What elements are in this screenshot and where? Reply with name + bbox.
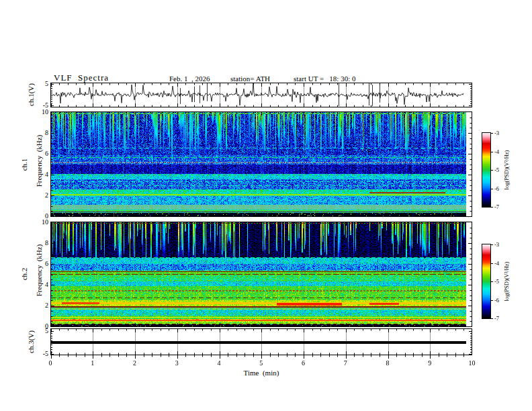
ch2-frequency-axis-label: ch.2 Frequency (kHz) [21,244,43,304]
spec2-freq-tick-label: 4 [27,281,48,288]
time-tick-label: 4 [212,360,226,367]
colorbar2-tick-label: -5 [494,279,499,285]
ch1-spectrogram-panel [50,111,472,217]
time-axis-label: Time (min) [244,369,279,377]
colorbar2-tick-label: -3 [494,242,499,248]
colorbar2-label: log(PSD)(V²/Hz) [503,262,510,302]
start-ut-label: start UT = 18: 30: 0 [294,75,355,83]
station-label: station= ATH [230,75,270,83]
colorbar1-label: log(PSD)(V²/Hz) [503,150,510,190]
time-tick-label: 8 [381,360,394,367]
ch1-axis-label-line1: ch.1 [20,158,28,171]
colorbar1-tick-label: -4 [494,149,499,155]
spec1-freq-tick-label: 2 [27,192,48,199]
time-tick-label: 7 [339,360,352,367]
ch2-axis-label-line1: ch.2 [20,268,28,281]
ch1-frequency-axis-label: ch.1 Frequency (kHz) [21,135,43,195]
colorbar2-tick-label: -4 [494,261,499,267]
time-tick-label: 9 [423,360,437,367]
ch1-volt-tick-label: -5 [27,102,48,109]
colorbar2-tick-label: -6 [494,298,499,304]
time-tick-label: 0 [44,360,57,367]
figure-title: VLF Spectra [54,73,109,83]
spec1-freq-tick-label: 4 [27,171,48,178]
colorbar1-tick-label: -6 [494,186,499,192]
spec2-freq-tick-label: 6 [27,261,48,267]
ch2-colorbar [482,244,494,319]
ch1-axis-label-line2: Frequency (kHz) [35,135,43,187]
colorbar2-tick-label: -7 [494,316,499,322]
spec2-freq-tick-label: 2 [27,302,48,309]
colorbar1-tick-label: -5 [494,167,499,173]
ch3-volt-tick-label: -5 [27,351,48,357]
ch1-voltage-panel [50,83,472,107]
ch3-voltage-panel [50,328,472,355]
time-tick-label: 2 [128,360,142,367]
ch2-axis-label-line2: Frequency (kHz) [35,244,43,297]
spec2-freq-tick-label: 8 [27,240,48,246]
ch2-spectrogram-panel [50,222,472,327]
spec1-freq-tick-label: 8 [27,130,48,136]
time-tick-label: 1 [86,360,99,367]
colorbar1-tick-label: -7 [494,204,499,210]
date-label: Feb. 1 , 2026 [169,75,210,83]
vlf-spectra-figure: VLF Spectra Feb. 1 , 2026 station= ATH s… [0,0,532,411]
time-tick-label: 3 [170,360,183,367]
colorbar1-tick-label: -3 [494,130,499,136]
time-tick-label: 6 [297,360,310,367]
ch1-colorbar [482,132,494,208]
time-tick-label: 5 [255,360,268,367]
spec2-freq-tick-label: 10 [27,219,48,226]
spec1-freq-tick-label: 6 [27,150,48,157]
spec1-freq-tick-label: 10 [27,109,48,116]
ch1-volt-tick-label: 5 [27,81,48,87]
ch3-volt-tick-label: 5 [27,328,48,334]
time-tick-label: 10 [466,360,479,367]
